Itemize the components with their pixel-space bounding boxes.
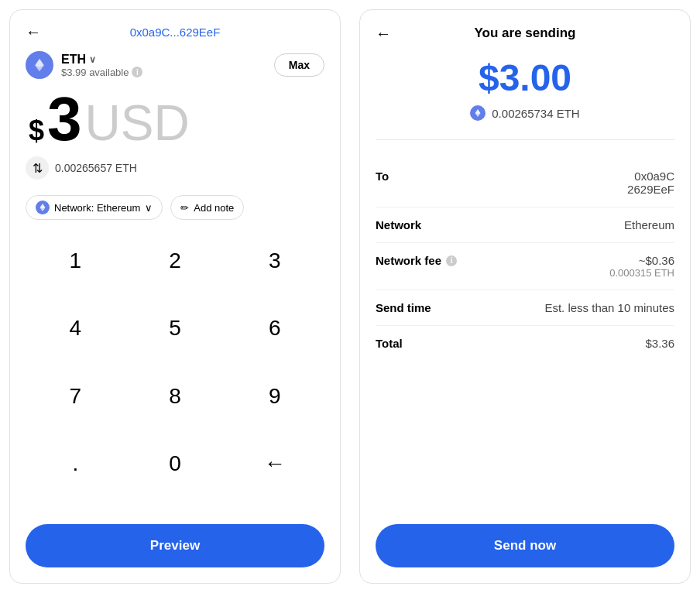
token-left: ETH ∨ $3.99 available i [26,51,142,79]
key-5[interactable]: 5 [125,306,225,351]
fee-label-row: Network fee i [376,254,457,267]
dollar-sign: $ [29,115,44,147]
key-8[interactable]: 8 [125,374,225,419]
fee-row: Network fee i ~$0.36 0.000315 ETH [376,243,674,290]
token-name-row[interactable]: ETH ∨ [61,53,142,67]
amount-display: $ 3 USD [26,88,324,150]
left-header: ← 0x0a9C...629EeF [26,26,324,39]
token-balance: $3.99 available i [61,67,142,78]
balance-info-icon[interactable]: i [132,67,142,77]
left-panel: ← 0x0a9C...629EeF ETH ∨ $3. [9,9,341,584]
send-time-value: Est. less than 10 minutes [544,301,674,314]
token-row: ETH ∨ $3.99 available i Max [26,51,324,79]
key-dot[interactable]: . [26,441,125,486]
send-amount-section: $3.00 0.00265734 ETH [376,57,674,140]
pencil-icon: ✏ [180,202,189,214]
network-label: Network: Ethereum [54,202,140,214]
right-back-arrow[interactable]: ← [376,25,391,43]
to-address-line2: 2629EeF [627,183,674,196]
network-button[interactable]: Network: Ethereum ∨ [26,195,163,220]
key-7[interactable]: 7 [26,374,125,419]
send-usd-amount: $3.00 [376,57,674,99]
send-now-button[interactable]: Send now [376,524,674,567]
network-chevron-icon: ∨ [145,202,153,214]
key-6[interactable]: 6 [225,306,324,351]
left-back-arrow[interactable]: ← [26,23,41,41]
send-time-label: Send time [376,301,431,314]
swap-currency-button[interactable]: ⇅ [26,156,49,180]
key-2[interactable]: 2 [125,238,225,283]
token-name-label: ETH [61,53,86,67]
send-eth-amount: 0.00265734 ETH [376,105,674,121]
token-chevron-icon: ∨ [89,54,96,65]
keypad: 1 2 3 4 5 6 7 8 9 . 0 ← [26,238,324,509]
fee-value-group: ~$0.36 0.000315 ETH [609,254,674,279]
key-3[interactable]: 3 [225,238,324,283]
to-row: To 0x0a9C 2629EeF [376,159,674,207]
eth-equiv-row: ⇅ 0.00265657 ETH [26,156,324,180]
max-button[interactable]: Max [274,53,324,77]
send-time-row: Send time Est. less than 10 minutes [376,290,674,326]
key-backspace[interactable]: ← [225,441,324,486]
to-label: To [376,170,389,183]
fee-info-icon[interactable]: i [446,255,457,266]
fee-label: Network fee [376,254,441,267]
key-4[interactable]: 4 [26,306,125,351]
options-row: Network: Ethereum ∨ ✏ Add note [26,195,324,220]
add-note-button[interactable]: ✏ Add note [170,195,244,220]
key-9[interactable]: 9 [225,374,324,419]
preview-button[interactable]: Preview [26,524,324,567]
eth-amount-text: 0.00265657 ETH [55,162,137,174]
token-info: ETH ∨ $3.99 available i [61,53,142,78]
fee-eth-value: 0.000315 ETH [609,267,674,279]
details-section: To 0x0a9C 2629EeF Network Ethereum Netwo… [376,159,674,524]
key-0[interactable]: 0 [125,441,225,486]
network-eth-icon [36,201,50,214]
fee-usd-value: ~$0.36 [609,254,674,267]
network-row: Network Ethereum [376,207,674,243]
total-row: Total $3.36 [376,326,674,361]
balance-text: $3.99 available [61,67,129,78]
eth-icon [26,51,53,79]
wallet-address[interactable]: 0x0a9C...629EeF [130,26,221,39]
right-panel: ← You are sending $3.00 0.00265734 ETH T… [359,9,691,584]
add-note-label: Add note [194,202,234,214]
network-detail-value: Ethereum [624,218,674,231]
total-label: Total [376,337,403,350]
key-1[interactable]: 1 [26,238,125,283]
network-detail-label: Network [376,218,421,231]
send-eth-icon [470,105,486,121]
page-title: You are sending [475,26,576,41]
right-header: ← You are sending [376,26,674,41]
total-value: $3.36 [645,337,674,350]
to-address: 0x0a9C 2629EeF [627,170,674,196]
to-address-line1: 0x0a9C [627,170,674,183]
amount-number: 3 [47,88,82,150]
amount-currency: USD [85,98,190,148]
send-eth-text: 0.00265734 ETH [492,107,579,120]
